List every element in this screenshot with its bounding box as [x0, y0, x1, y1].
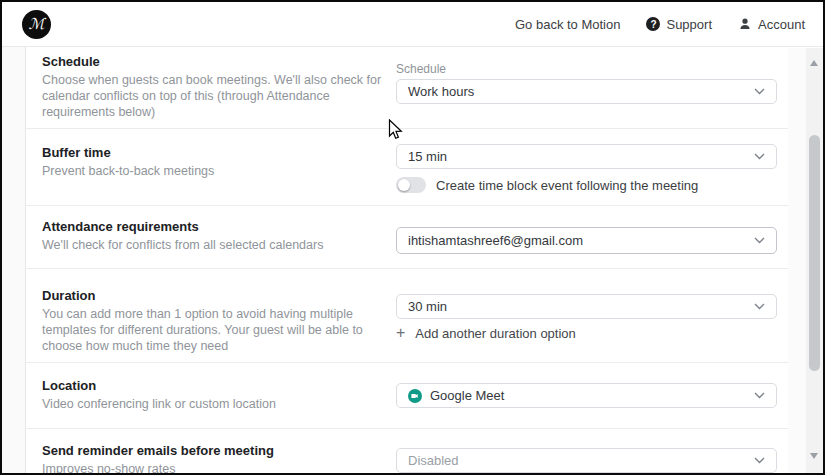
buffer-time-dropdown-value: 15 min — [408, 149, 447, 164]
schedule-dropdown[interactable]: Work hours — [396, 79, 777, 104]
reminder-emails-dropdown-value: Disabled — [408, 453, 459, 468]
motion-settings-window: ℳ Go back to Motion ? Support Account — [0, 0, 825, 475]
support-link[interactable]: ? Support — [646, 17, 712, 32]
duration-section-description: You can add more than 1 option to avoid … — [42, 306, 392, 354]
toggle-knob — [398, 179, 410, 191]
chevron-down-icon — [754, 303, 765, 310]
schedule-section-description: Choose when guests can book meetings. We… — [42, 72, 392, 120]
schedule-field-label: Schedule — [396, 62, 446, 76]
chevron-down-icon — [754, 392, 765, 399]
motion-logo-icon[interactable]: ℳ — [22, 10, 51, 39]
attendance-section-title: Attendance requirements — [42, 219, 199, 234]
time-block-toggle[interactable] — [396, 177, 426, 193]
location-dropdown[interactable]: Google Meet — [396, 383, 777, 408]
add-duration-option-label: Add another duration option — [415, 326, 575, 341]
scrollbar-gutter — [788, 48, 806, 473]
left-gutter — [2, 47, 26, 473]
schedule-section-title: Schedule — [42, 54, 100, 69]
section-divider — [26, 205, 788, 206]
duration-dropdown-value: 30 min — [408, 299, 447, 314]
location-dropdown-value: Google Meet — [430, 388, 504, 403]
attendance-section-description: We'll check for conflicts from all selec… — [42, 237, 392, 253]
buffer-time-section-description: Prevent back-to-back meetings — [42, 163, 392, 179]
schedule-dropdown-value: Work hours — [408, 84, 474, 99]
location-section-description: Video conferencing link or custom locati… — [42, 396, 392, 412]
mouse-cursor-icon — [388, 119, 406, 147]
chevron-down-icon — [754, 88, 765, 95]
section-divider — [26, 128, 788, 129]
buffer-time-dropdown[interactable]: 15 min — [396, 144, 777, 169]
chevron-down-icon — [754, 237, 765, 244]
question-mark-icon: ? — [646, 17, 660, 31]
reminder-emails-dropdown[interactable]: Disabled — [396, 448, 777, 473]
duration-dropdown[interactable]: 30 min — [396, 294, 777, 319]
attendance-dropdown-value: ihtishamtashreef6@gmail.com — [408, 233, 583, 248]
person-icon — [738, 17, 752, 31]
time-block-toggle-label: Create time block event following the me… — [436, 178, 698, 193]
reminder-emails-section-title: Send reminder emails before meeting — [42, 443, 274, 458]
section-divider — [26, 428, 788, 429]
add-duration-option-button[interactable]: + Add another duration option — [396, 325, 576, 341]
go-back-to-motion-link[interactable]: Go back to Motion — [515, 17, 621, 32]
chevron-down-icon — [754, 457, 765, 464]
time-block-toggle-row: Create time block event following the me… — [396, 177, 698, 193]
plus-icon: + — [396, 325, 405, 341]
attendance-calendars-dropdown[interactable]: ihtishamtashreef6@gmail.com — [396, 227, 777, 254]
chevron-down-icon — [754, 153, 765, 160]
go-back-label: Go back to Motion — [515, 17, 621, 32]
top-nav-links: Go back to Motion ? Support Account — [515, 17, 805, 32]
scrollbar-thumb[interactable] — [809, 135, 820, 371]
scroll-down-arrow-icon[interactable] — [810, 453, 818, 459]
support-label: Support — [666, 17, 712, 32]
buffer-time-section-title: Buffer time — [42, 145, 111, 160]
section-divider — [26, 362, 788, 363]
location-section-title: Location — [42, 378, 96, 393]
duration-section-title: Duration — [42, 288, 95, 303]
scroll-up-arrow-icon[interactable] — [810, 60, 818, 66]
reminder-emails-section-description: Improves no-show rates — [42, 461, 392, 475]
account-label: Account — [758, 17, 805, 32]
section-divider — [26, 268, 788, 269]
account-link[interactable]: Account — [738, 17, 805, 32]
top-navigation-bar: ℳ Go back to Motion ? Support Account — [2, 2, 823, 47]
google-meet-icon — [408, 389, 422, 403]
